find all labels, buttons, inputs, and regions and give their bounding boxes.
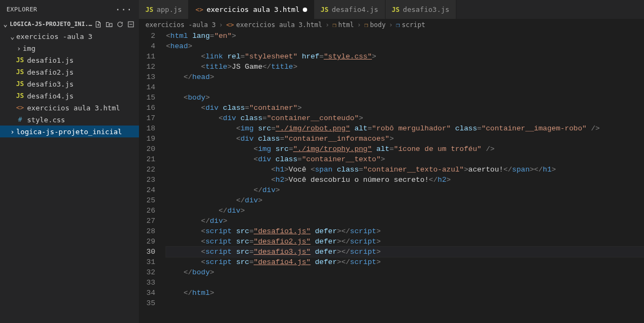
- collapse-icon[interactable]: [127, 21, 135, 28]
- tab-exercicios-html[interactable]: <> exercicios aula 3.html: [189, 0, 314, 19]
- chevron-right-icon: ›: [389, 21, 393, 29]
- chevron-down-icon: ⌄: [1, 20, 10, 28]
- folder-row-exercicios[interactable]: ⌄ exercicios -aula 3: [0, 30, 139, 42]
- file-label: desafio4.js: [27, 92, 74, 100]
- file-desafio4[interactable]: JS desafio4.js: [0, 90, 139, 102]
- chevron-right-icon: ›: [15, 44, 23, 52]
- tab-label: exercicios aula 3.html: [207, 5, 300, 14]
- project-name: LOGICA-JS-PROJETO_INI...: [10, 21, 95, 28]
- cube-icon: ❒: [333, 22, 336, 29]
- js-icon: JS: [15, 68, 25, 76]
- file-label: desafio3.js: [27, 80, 74, 88]
- html-icon: <>: [15, 104, 25, 111]
- explorer-sidebar: EXPLORER ··· ⌄ LOGICA-JS-PROJETO_INI... …: [0, 0, 139, 323]
- file-style-css[interactable]: # style.css: [0, 114, 139, 126]
- html-icon: <>: [195, 6, 203, 14]
- tab-desafio3[interactable]: JS desafio3.js: [386, 0, 457, 19]
- line-gutter: 2411121314151617181920212223242526272829…: [139, 31, 164, 323]
- tab-desafio4[interactable]: JS desafio4.js: [314, 0, 386, 19]
- file-exercicios-html[interactable]: <> exercicios aula 3.html: [0, 102, 139, 114]
- dirty-dot-icon: [303, 8, 307, 12]
- code-content[interactable]: <html lang="en"><head> <link rel="styles…: [164, 31, 644, 323]
- crumb-folder[interactable]: exercicios -aula 3: [145, 21, 216, 29]
- explorer-header: EXPLORER ···: [0, 0, 139, 19]
- tab-label: desafio4.js: [332, 5, 379, 14]
- breadcrumbs[interactable]: exercicios -aula 3 › <>exercicios aula 3…: [139, 19, 644, 31]
- new-file-icon[interactable]: [95, 21, 102, 28]
- js-icon: JS: [145, 6, 153, 14]
- file-desafio1[interactable]: JS desafio1.js: [0, 54, 139, 66]
- project-actions: [95, 21, 137, 28]
- file-label: img: [23, 44, 35, 52]
- code-editor[interactable]: 2411121314151617181920212223242526272829…: [139, 31, 644, 323]
- js-icon: JS: [392, 6, 400, 14]
- chevron-right-icon: ›: [326, 21, 329, 29]
- app-root: EXPLORER ··· ⌄ LOGICA-JS-PROJETO_INI... …: [0, 0, 644, 323]
- file-label: exercicios aula 3.html: [27, 104, 120, 112]
- file-desafio2[interactable]: JS desafio2.js: [0, 66, 139, 78]
- html-icon: <>: [226, 21, 234, 29]
- crumb-file[interactable]: <>exercicios aula 3.html: [226, 21, 322, 29]
- chevron-down-icon: ⌄: [9, 32, 16, 41]
- css-icon: #: [15, 116, 25, 123]
- refresh-icon[interactable]: [116, 21, 124, 28]
- chevron-right-icon: ›: [219, 21, 223, 29]
- file-label: desafio2.js: [27, 68, 74, 76]
- chevron-right-icon: ›: [9, 128, 16, 136]
- folder-logica-js-projeto-inicial[interactable]: › logica-js-projeto_inicial: [0, 126, 139, 137]
- tab-app-js[interactable]: JS app.js: [139, 0, 189, 19]
- js-icon: JS: [15, 80, 25, 88]
- folder-img[interactable]: › img: [0, 42, 139, 54]
- crumb-script[interactable]: ❒script: [396, 21, 425, 29]
- file-tree: ⌄ exercicios -aula 3 › img JS desafio1.j…: [0, 29, 139, 137]
- folder-label: logica-js-projeto_inicial: [16, 128, 122, 136]
- chevron-right-icon: ›: [357, 21, 361, 29]
- file-label: desafio1.js: [27, 56, 74, 64]
- cube-icon: ❒: [396, 22, 400, 29]
- crumb-body[interactable]: ❒body: [364, 21, 386, 29]
- js-icon: JS: [15, 92, 25, 100]
- js-icon: JS: [15, 56, 25, 64]
- explorer-title: EXPLORER: [6, 6, 37, 13]
- editor-area: JS app.js <> exercicios aula 3.html JS d…: [139, 0, 644, 323]
- new-folder-icon[interactable]: [105, 21, 113, 28]
- project-row[interactable]: ⌄ LOGICA-JS-PROJETO_INI...: [0, 19, 139, 29]
- explorer-more-icon[interactable]: ···: [115, 4, 132, 15]
- js-icon: JS: [321, 6, 328, 14]
- file-desafio3[interactable]: JS desafio3.js: [0, 78, 139, 90]
- crumb-html[interactable]: ❒html: [333, 21, 354, 29]
- folder-label: exercicios -aula 3: [16, 32, 92, 41]
- cube-icon: ❒: [364, 22, 368, 29]
- file-label: style.css: [27, 116, 65, 124]
- tab-bar: JS app.js <> exercicios aula 3.html JS d…: [139, 0, 644, 19]
- tab-label: desafio3.js: [403, 5, 449, 14]
- tab-label: app.js: [156, 5, 182, 14]
